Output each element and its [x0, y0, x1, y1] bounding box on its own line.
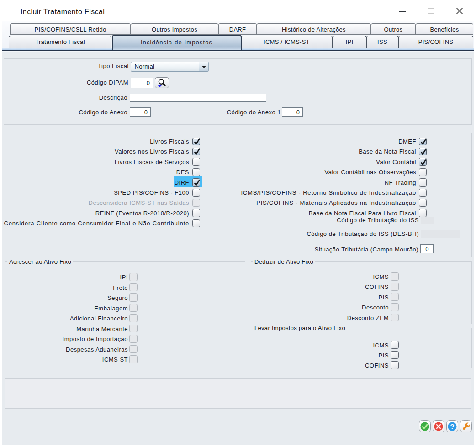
svg-text:?: ? [450, 422, 454, 430]
